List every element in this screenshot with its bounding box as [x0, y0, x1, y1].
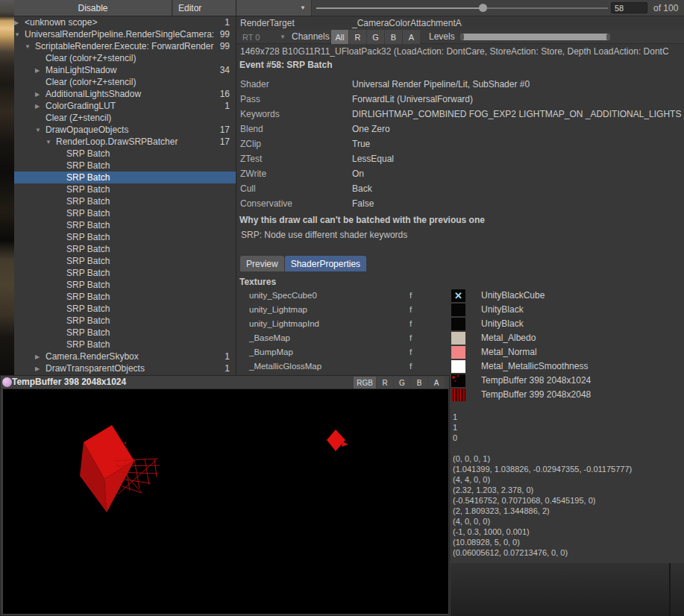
texture-type-flag: f [410, 289, 412, 303]
tree-row[interactable]: SRP Batch [0, 148, 236, 160]
scene-background-strip [0, 0, 14, 375]
texture-thumbnail[interactable] [451, 318, 465, 330]
preview-header[interactable]: TempBuffer 398 2048x1024 RGBRGBA [1, 376, 449, 389]
preview-channel-button-g[interactable]: G [394, 377, 410, 389]
texture-property-name: _BumpMap [249, 345, 293, 359]
tree-row-label: SRP Batch [66, 327, 110, 338]
frame-number-input[interactable] [611, 2, 647, 13]
tree-row[interactable]: ▶<unknown scope>1 [0, 16, 236, 28]
event-property-row: ZWriteOn [236, 166, 684, 181]
texture-thumbnail[interactable] [451, 360, 465, 373]
tree-row[interactable]: ▼UniversalRenderPipeline.RenderSingleCam… [0, 28, 236, 40]
chevron-right-icon[interactable]: ▶ [35, 101, 46, 113]
tree-row-label: SRP Batch [66, 268, 110, 278]
chevron-down-icon[interactable]: ▼ [14, 29, 25, 41]
chevron-right-icon[interactable]: ▶ [35, 65, 46, 77]
tree-row[interactable]: ▼ScriptableRenderer.Execute: ForwardRend… [0, 40, 236, 52]
tree-row[interactable]: ▼RenderLoop.DrawSRPBatcher17 [0, 136, 236, 148]
preview-channel-button-b[interactable]: B [411, 377, 427, 389]
channels-label: Channels [292, 31, 330, 42]
tree-row[interactable]: Clear (color+Z+stencil) [0, 52, 236, 64]
tree-row[interactable]: SRP Batch [0, 255, 236, 267]
tree-row[interactable]: SRP Batch [0, 183, 236, 195]
texture-thumbnail[interactable] [451, 346, 465, 359]
texture-type-flag: f [410, 359, 412, 374]
tree-row[interactable]: ▶MainLightShadow34 [0, 64, 236, 76]
tree-row[interactable]: ▶AdditionalLightsShadow16 [0, 88, 236, 100]
tree-row[interactable]: SRP Batch [0, 327, 236, 339]
tab-preview[interactable]: Preview [240, 256, 284, 271]
texture-thumbnail[interactable] [451, 374, 465, 387]
chevron-right-icon[interactable]: ▶ [14, 17, 25, 29]
texture-thumbnail[interactable]: ✕ [451, 289, 465, 302]
chevron-right-icon[interactable]: ▶ [35, 351, 46, 363]
tree-row[interactable]: ▼DrawOpaqueObjects17 [0, 124, 236, 136]
preview-channel-buttons: RGBRGBA [353, 377, 445, 389]
chevron-down-icon[interactable]: ▼ [46, 136, 56, 148]
texture-thumbnail[interactable] [451, 304, 465, 316]
tree-row[interactable]: SRP Batch [0, 339, 236, 351]
channel-button-r[interactable]: R [349, 30, 366, 44]
frame-debugger-window: Disable Editor ▼ of 100 ▶<unknown scope>… [0, 0, 684, 616]
tree-row[interactable]: SRP Batch [0, 303, 236, 315]
tree-row[interactable]: SRP Batch [0, 291, 236, 303]
tree-row-label: SRP Batch [66, 172, 110, 183]
property-value: DIRLIGHTMAP_COMBINED FOG_EXP2 LIGHTMAP_O… [352, 107, 684, 122]
chevron-right-icon[interactable]: ▶ [35, 89, 46, 101]
tree-row[interactable]: ▶ColorGradingLUT1 [0, 100, 236, 112]
shader-values-list: 110 (0, 0, 0, 1)(1.041399, 1.038826, -0.… [453, 412, 632, 558]
tree-row[interactable]: SRP Batch [0, 243, 236, 255]
tab-shaderproperties[interactable]: ShaderProperties [285, 256, 366, 271]
shader-value: 0 [453, 433, 632, 443]
frame-total-label: of 100 [653, 3, 678, 13]
channel-button-a[interactable]: A [403, 30, 420, 44]
preview-channel-button-a[interactable]: A [428, 377, 445, 389]
tree-row[interactable]: SRP Batch [0, 195, 236, 207]
tree-row[interactable]: SRP Batch [0, 279, 236, 291]
property-label: Conservative [240, 196, 292, 211]
texture-row: _BaseMapfMetal_Albedo [236, 331, 684, 345]
frame-slider-handle[interactable] [479, 4, 487, 12]
tree-row[interactable]: Clear (color+Z+stencil) [0, 76, 236, 88]
texture-thumbnail[interactable] [451, 389, 465, 401]
tree-row[interactable]: ▶DrawTransparentObjects1 [0, 362, 236, 374]
tree-row-label: SRP Batch [66, 339, 110, 350]
tree-row-label: SRP Batch [66, 232, 110, 242]
batch-break-title: Why this draw call can't be batched with… [239, 215, 485, 225]
texture-row: unity_SpecCube0f✕UnityBlackCube [236, 289, 684, 303]
channel-button-g[interactable]: G [367, 30, 384, 44]
rt-index-dropdown[interactable]: RT 0 ▼ [239, 31, 289, 43]
texture-display-name: Metal_Normal [481, 345, 537, 359]
property-value: True [352, 136, 370, 151]
levels-slider[interactable] [460, 34, 610, 40]
target-selector-dropdown[interactable]: Editor ▼ [173, 0, 312, 16]
event-property-row: BlendOne Zero [236, 122, 684, 136]
chevron-down-icon[interactable]: ▼ [25, 41, 35, 53]
tree-row[interactable]: SRP Batch [0, 219, 236, 231]
tree-row-selected[interactable]: SRP Batch [0, 172, 236, 183]
texture-thumbnail[interactable] [451, 332, 465, 345]
tree-row[interactable]: SRP Batch [0, 160, 236, 172]
preview-channel-button-r[interactable]: R [377, 377, 393, 389]
chevron-down-icon[interactable]: ▼ [35, 125, 46, 136]
render-target-info: 1469x728 B10G11R11_UFloatPack32 (LoadAct… [240, 46, 684, 57]
texture-type-flag: f [410, 331, 412, 345]
tree-row[interactable]: ▶Camera.RenderSkybox1 [0, 351, 236, 362]
shader-vector-value: (0, 0, 0, 1) [453, 453, 632, 464]
tree-row[interactable]: SRP Batch [0, 315, 236, 327]
tree-row[interactable]: Clear (Z+stencil) [0, 112, 236, 124]
preview-canvas [3, 389, 448, 614]
texture-badge-icon [2, 377, 12, 387]
texture-display-name: UnityBlack [481, 303, 524, 317]
shader-vector-value: (-1, 0.3, 1000, 0.001) [453, 527, 632, 537]
texture-property-name: _BaseMap [249, 331, 290, 345]
tree-row[interactable]: SRP Batch [0, 231, 236, 243]
chevron-right-icon[interactable]: ▶ [35, 363, 46, 375]
channel-button-b[interactable]: B [385, 30, 402, 44]
tree-row[interactable]: SRP Batch [0, 207, 236, 219]
preview-channel-button-rgb[interactable]: RGB [354, 377, 376, 389]
channel-button-all[interactable]: All [331, 30, 348, 44]
disable-button[interactable]: Disable [14, 0, 172, 16]
tree-row[interactable]: SRP Batch [0, 267, 236, 279]
shader-vector-value: (-0.5416752, 0.7071068, 0.4545195, 0) [453, 495, 632, 506]
